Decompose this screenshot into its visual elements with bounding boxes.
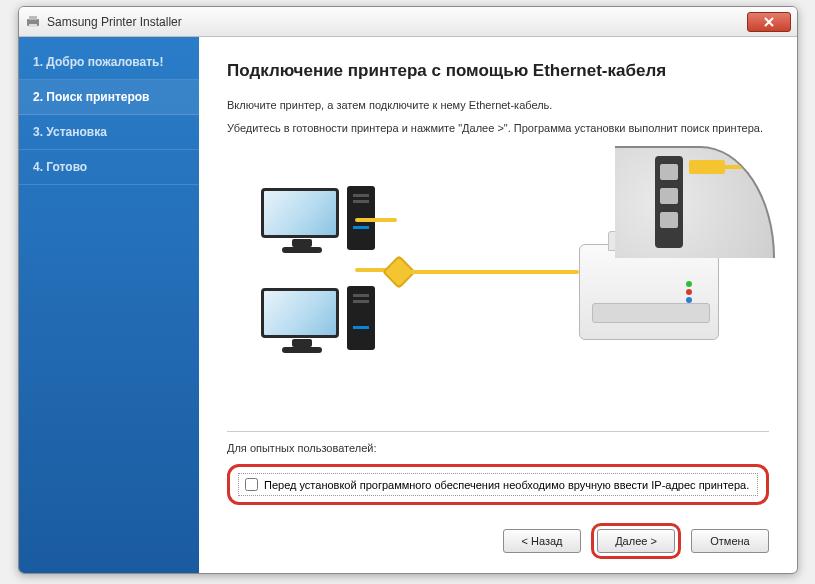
sidebar-step-welcome: 1. Добро пожаловать! bbox=[19, 45, 199, 80]
titlebar[interactable]: Samsung Printer Installer bbox=[19, 7, 797, 37]
sidebar-step-search: 2. Поиск принтеров bbox=[19, 80, 199, 115]
window-title: Samsung Printer Installer bbox=[47, 15, 182, 29]
manual-ip-option[interactable]: Перед установкой программного обеспечени… bbox=[238, 473, 758, 496]
manual-ip-label: Перед установкой программного обеспечени… bbox=[264, 479, 749, 491]
computer-icon bbox=[261, 188, 339, 238]
next-highlight-ring: Далее > bbox=[591, 523, 681, 559]
ethernet-cable-icon bbox=[355, 218, 397, 222]
page-heading: Подключение принтера с помощью Ethernet-… bbox=[227, 61, 769, 81]
ethernet-cable-icon bbox=[409, 270, 579, 274]
cancel-button[interactable]: Отмена bbox=[691, 529, 769, 553]
divider bbox=[227, 431, 769, 432]
connection-illustration bbox=[227, 158, 769, 417]
back-button[interactable]: < Назад bbox=[503, 529, 581, 553]
close-icon bbox=[764, 17, 774, 27]
advanced-section-label: Для опытных пользователей: bbox=[227, 442, 769, 454]
app-icon bbox=[25, 14, 41, 30]
printer-ports-zoom-icon bbox=[615, 146, 775, 258]
svg-rect-1 bbox=[29, 16, 37, 20]
sidebar-step-install: 3. Установка bbox=[19, 115, 199, 150]
installer-window: Samsung Printer Installer 1. Добро пожал… bbox=[18, 6, 798, 574]
svg-rect-2 bbox=[29, 24, 37, 27]
sidebar-step-done: 4. Готово bbox=[19, 150, 199, 185]
instruction-line-1: Включите принтер, а затем подключите к н… bbox=[227, 97, 769, 114]
printer-icon bbox=[579, 244, 719, 340]
content-pane: Подключение принтера с помощью Ethernet-… bbox=[199, 37, 797, 573]
next-button[interactable]: Далее > bbox=[597, 529, 675, 553]
manual-ip-checkbox[interactable] bbox=[245, 478, 258, 491]
close-button[interactable] bbox=[747, 12, 791, 32]
instruction-line-2: Убедитесь в готовности принтера и нажмит… bbox=[227, 120, 769, 137]
wizard-buttons: < Назад Далее > Отмена bbox=[227, 517, 769, 559]
advanced-highlight-ring: Перед установкой программного обеспечени… bbox=[227, 464, 769, 505]
computer-icon bbox=[261, 288, 339, 338]
wizard-sidebar: 1. Добро пожаловать! 2. Поиск принтеров … bbox=[19, 37, 199, 573]
